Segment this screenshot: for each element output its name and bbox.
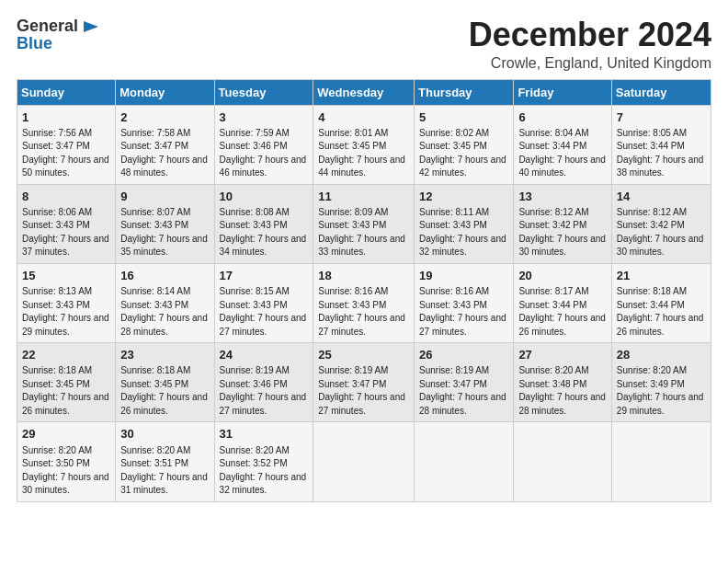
calendar-week-5: 29Sunrise: 8:20 AMSunset: 3:50 PMDayligh… [17,422,711,501]
day-number: 19 [419,268,509,284]
col-header-sunday: Sunday [17,79,116,105]
logo: General Blue [17,17,100,53]
day-detail: Sunrise: 8:17 AMSunset: 3:44 PMDaylight:… [518,285,607,339]
calendar-cell: 20Sunrise: 8:17 AMSunset: 3:44 PMDayligh… [514,263,611,342]
day-detail: Sunrise: 8:12 AMSunset: 3:42 PMDaylight:… [518,206,607,259]
calendar-cell: 19Sunrise: 8:16 AMSunset: 3:43 PMDayligh… [415,263,514,342]
day-detail: Sunrise: 8:19 AMSunset: 3:46 PMDaylight:… [220,364,310,418]
day-number: 17 [220,268,310,284]
day-number: 1 [22,109,111,126]
day-number: 14 [617,189,707,205]
day-detail: Sunrise: 8:08 AMSunset: 3:43 PMDaylight:… [220,206,310,259]
logo-icon [80,19,100,34]
col-header-thursday: Thursday [415,79,514,105]
calendar-cell: 16Sunrise: 8:14 AMSunset: 3:43 PMDayligh… [116,263,214,342]
day-number: 8 [22,189,111,205]
col-header-wednesday: Wednesday [313,79,415,105]
calendar-cell: 29Sunrise: 8:20 AMSunset: 3:50 PMDayligh… [17,422,116,501]
day-number: 13 [518,189,607,205]
day-number: 31 [220,426,310,442]
calendar-week-2: 8Sunrise: 8:06 AMSunset: 3:43 PMDaylight… [17,184,711,263]
calendar-week-3: 15Sunrise: 8:13 AMSunset: 3:43 PMDayligh… [17,263,711,342]
day-number: 10 [220,189,310,205]
day-number: 27 [518,347,607,363]
calendar-cell: 18Sunrise: 8:16 AMSunset: 3:43 PMDayligh… [313,263,415,342]
day-number: 16 [120,268,210,284]
calendar-week-4: 22Sunrise: 8:18 AMSunset: 3:45 PMDayligh… [17,343,711,422]
day-number: 4 [318,109,410,126]
calendar-cell: 15Sunrise: 8:13 AMSunset: 3:43 PMDayligh… [17,263,116,342]
day-detail: Sunrise: 8:19 AMSunset: 3:47 PMDaylight:… [318,364,410,418]
day-number: 7 [617,109,707,126]
day-detail: Sunrise: 8:15 AMSunset: 3:43 PMDaylight:… [220,285,310,339]
calendar-cell [313,422,415,501]
month-title: December 2024 [469,17,711,53]
calendar-cell: 4Sunrise: 8:01 AMSunset: 3:45 PMDaylight… [313,105,415,184]
day-detail: Sunrise: 8:11 AMSunset: 3:43 PMDaylight:… [419,206,509,259]
calendar-cell: 28Sunrise: 8:20 AMSunset: 3:49 PMDayligh… [611,343,711,422]
page: General Blue December 2024 Crowle, Engla… [0,0,728,563]
day-detail: Sunrise: 8:20 AMSunset: 3:52 PMDaylight:… [220,444,310,498]
day-detail: Sunrise: 8:07 AMSunset: 3:43 PMDaylight:… [120,206,210,259]
calendar-cell: 26Sunrise: 8:19 AMSunset: 3:47 PMDayligh… [415,343,514,422]
day-detail: Sunrise: 8:20 AMSunset: 3:48 PMDaylight:… [518,364,607,418]
day-number: 26 [419,347,509,363]
day-detail: Sunrise: 8:16 AMSunset: 3:43 PMDaylight:… [419,285,509,339]
calendar-cell: 8Sunrise: 8:06 AMSunset: 3:43 PMDaylight… [17,184,116,263]
day-number: 25 [318,347,410,363]
day-detail: Sunrise: 8:19 AMSunset: 3:47 PMDaylight:… [419,364,509,418]
calendar-cell: 5Sunrise: 8:02 AMSunset: 3:45 PMDaylight… [415,105,514,184]
calendar-cell: 10Sunrise: 8:08 AMSunset: 3:43 PMDayligh… [214,184,313,263]
day-detail: Sunrise: 8:05 AMSunset: 3:44 PMDaylight:… [617,127,707,180]
day-number: 29 [22,426,111,442]
day-detail: Sunrise: 8:20 AMSunset: 3:51 PMDaylight:… [120,444,210,498]
calendar-cell [514,422,611,501]
day-number: 11 [318,189,410,205]
day-number: 30 [120,426,210,442]
day-detail: Sunrise: 8:01 AMSunset: 3:45 PMDaylight:… [318,127,410,180]
calendar-cell: 1Sunrise: 7:56 AMSunset: 3:47 PMDaylight… [17,105,116,184]
day-detail: Sunrise: 8:16 AMSunset: 3:43 PMDaylight:… [318,285,410,339]
day-detail: Sunrise: 8:12 AMSunset: 3:42 PMDaylight:… [617,206,707,259]
day-number: 5 [419,109,509,126]
logo-text-blue: Blue [17,34,52,53]
day-number: 23 [120,347,210,363]
day-detail: Sunrise: 8:18 AMSunset: 3:45 PMDaylight:… [22,364,111,418]
calendar-cell: 22Sunrise: 8:18 AMSunset: 3:45 PMDayligh… [17,343,116,422]
day-number: 18 [318,268,410,284]
calendar-cell: 17Sunrise: 8:15 AMSunset: 3:43 PMDayligh… [214,263,313,342]
calendar-body: 1Sunrise: 7:56 AMSunset: 3:47 PMDaylight… [17,105,711,501]
calendar-header: SundayMondayTuesdayWednesdayThursdayFrid… [17,79,711,105]
calendar-cell: 27Sunrise: 8:20 AMSunset: 3:48 PMDayligh… [514,343,611,422]
calendar-cell: 25Sunrise: 8:19 AMSunset: 3:47 PMDayligh… [313,343,415,422]
col-header-monday: Monday [116,79,214,105]
calendar-cell [611,422,711,501]
calendar-cell: 30Sunrise: 8:20 AMSunset: 3:51 PMDayligh… [116,422,214,501]
calendar-cell: 31Sunrise: 8:20 AMSunset: 3:52 PMDayligh… [214,422,313,501]
logo-text-general: General [17,17,78,36]
calendar-cell: 11Sunrise: 8:09 AMSunset: 3:43 PMDayligh… [313,184,415,263]
col-header-saturday: Saturday [611,79,711,105]
calendar-cell: 24Sunrise: 8:19 AMSunset: 3:46 PMDayligh… [214,343,313,422]
day-number: 3 [220,109,310,126]
day-number: 28 [617,347,707,363]
calendar-cell: 23Sunrise: 8:18 AMSunset: 3:45 PMDayligh… [116,343,214,422]
calendar-cell: 6Sunrise: 8:04 AMSunset: 3:44 PMDaylight… [514,105,611,184]
day-detail: Sunrise: 7:59 AMSunset: 3:46 PMDaylight:… [220,127,310,180]
day-detail: Sunrise: 7:58 AMSunset: 3:47 PMDaylight:… [120,127,210,180]
header-row: SundayMondayTuesdayWednesdayThursdayFrid… [17,79,711,105]
day-detail: Sunrise: 8:18 AMSunset: 3:45 PMDaylight:… [120,364,210,418]
location-subtitle: Crowle, England, United Kingdom [469,55,711,72]
calendar-cell: 13Sunrise: 8:12 AMSunset: 3:42 PMDayligh… [514,184,611,263]
day-detail: Sunrise: 8:20 AMSunset: 3:50 PMDaylight:… [22,444,111,498]
day-detail: Sunrise: 8:04 AMSunset: 3:44 PMDaylight:… [518,127,607,180]
day-number: 20 [518,268,607,284]
day-detail: Sunrise: 7:56 AMSunset: 3:47 PMDaylight:… [22,127,111,180]
header: General Blue December 2024 Crowle, Engla… [17,17,711,72]
day-number: 9 [120,189,210,205]
day-detail: Sunrise: 8:14 AMSunset: 3:43 PMDaylight:… [120,285,210,339]
calendar-cell: 12Sunrise: 8:11 AMSunset: 3:43 PMDayligh… [415,184,514,263]
calendar-cell [415,422,514,501]
calendar-cell: 9Sunrise: 8:07 AMSunset: 3:43 PMDaylight… [116,184,214,263]
day-number: 21 [617,268,707,284]
